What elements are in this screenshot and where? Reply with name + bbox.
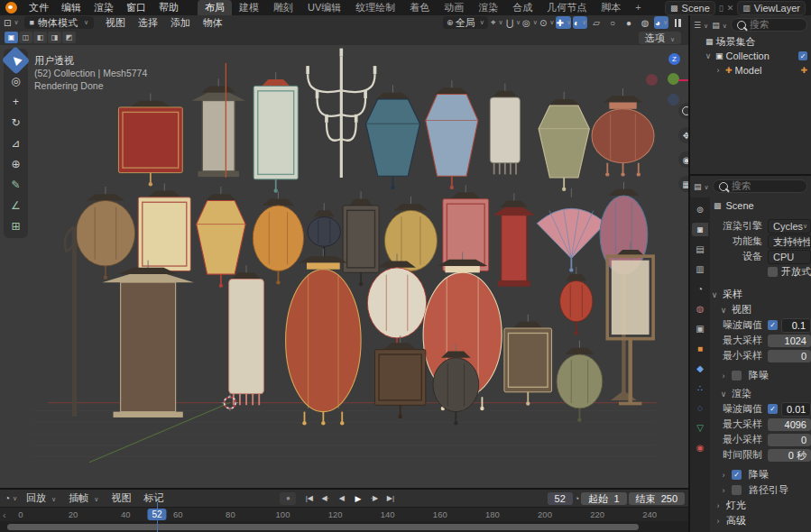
- sampling-viewport-section[interactable]: 视图: [732, 303, 751, 316]
- viewport-object-candelabra-stand[interactable]: [306, 49, 376, 178]
- render-max-samples-field[interactable]: 4096: [768, 418, 811, 431]
- measure-tool[interactable]: ∠: [5, 196, 26, 216]
- jump-to-end-button[interactable]: ▶|: [382, 492, 398, 505]
- tab-scene[interactable]: ◔: [692, 282, 708, 296]
- cursor-tool[interactable]: ◎: [5, 71, 26, 91]
- select-mode-intersect[interactable]: ◩: [62, 32, 76, 43]
- new-scene-icon[interactable]: ▯: [719, 4, 723, 13]
- transform-orientation-select[interactable]: ⊕ 全局 ∨: [443, 16, 488, 29]
- viewport-object-lantern-grand-red[interactable]: [286, 249, 361, 425]
- viewport-object-lantern-teal-hex[interactable]: [366, 85, 420, 189]
- scale-tool[interactable]: ⊿: [5, 133, 26, 153]
- lights-section[interactable]: 灯光: [726, 499, 746, 512]
- tab-object-data[interactable]: ▽: [692, 421, 708, 435]
- viewport-object-lantern-wood-pagoda[interactable]: [102, 261, 194, 417]
- viewport-menu-2[interactable]: 添加: [164, 15, 197, 31]
- select-mode-invert[interactable]: ◨: [48, 32, 61, 43]
- outliner-row-Collection[interactable]: ∨▣Collection✓: [690, 49, 811, 63]
- pivot-point-icon[interactable]: ⌖∨: [490, 16, 504, 29]
- object-visibility-icon[interactable]: ⊙∨: [539, 16, 555, 29]
- rotate-tool[interactable]: ↻: [5, 113, 26, 133]
- jump-to-start-button[interactable]: |◀: [301, 492, 317, 505]
- show-overlays-icon[interactable]: ◐∨: [573, 16, 587, 29]
- viewport-object-lantern-fringe-cylinder[interactable]: [229, 265, 264, 405]
- viewport-noise-checkbox[interactable]: ✓: [768, 320, 778, 330]
- workspace-tab-8[interactable]: 合成: [505, 0, 539, 15]
- zoom-view-icon[interactable]: [678, 103, 688, 119]
- viewport-object-lantern-wood-box[interactable]: [375, 335, 426, 418]
- tab-world[interactable]: ◍: [692, 302, 708, 316]
- auto-keying-button[interactable]: ●: [280, 492, 296, 505]
- topbar-menu-2[interactable]: 渲染: [88, 0, 120, 15]
- viewport-max-samples-field[interactable]: 1024: [768, 335, 811, 347]
- workspace-tab-6[interactable]: 动画: [437, 0, 471, 15]
- frame-start-field[interactable]: 起始 1: [581, 492, 626, 505]
- viewport-denoise-section[interactable]: 降噪: [749, 369, 769, 382]
- workspace-tab-4[interactable]: 纹理绘制: [348, 0, 402, 15]
- shading-material-icon[interactable]: ◍: [638, 16, 652, 29]
- options-button[interactable]: 选项 ∨: [639, 32, 681, 44]
- select-mode-set[interactable]: ▣: [5, 32, 18, 43]
- shading-solid-icon[interactable]: ●: [622, 16, 636, 29]
- sampling-section[interactable]: 采样: [723, 288, 742, 301]
- viewport-object-lantern-panel-box[interactable]: [504, 315, 552, 406]
- pause-render-button[interactable]: [670, 16, 685, 29]
- workspace-tab-1[interactable]: 建模: [232, 0, 266, 15]
- tab-render[interactable]: ◙: [692, 223, 708, 236]
- play-reverse-button[interactable]: ◀: [334, 492, 349, 505]
- time-limit-field[interactable]: 0 秒: [768, 449, 811, 462]
- outliner-display-icon[interactable]: ▤∨: [712, 21, 727, 30]
- outliner-search-input[interactable]: 搜索: [731, 18, 807, 32]
- advanced-section[interactable]: 高级: [726, 514, 746, 527]
- viewport-object-lantern-blue-ornate[interactable]: [426, 80, 478, 189]
- properties-editor-type-icon[interactable]: ▤∨: [694, 182, 709, 191]
- feature-set-select[interactable]: 支持特性: [768, 234, 811, 249]
- workspace-tab-5[interactable]: 着色: [402, 0, 437, 15]
- osl-checkbox[interactable]: [768, 267, 778, 277]
- add-workspace-button[interactable]: +: [628, 0, 648, 15]
- frame-end-field[interactable]: 结束 250: [629, 492, 685, 505]
- tab-collection[interactable]: ▣: [692, 322, 708, 335]
- tab-modifiers[interactable]: ◆: [692, 362, 708, 375]
- timeline-ruler[interactable]: ‹ 52 020406080100120140160180200220240: [0, 507, 688, 522]
- viewlayer-selector[interactable]: ▥ ViewLayer: [737, 1, 806, 15]
- viewport-denoise-checkbox[interactable]: [732, 371, 742, 381]
- render-noise-checkbox[interactable]: ✓: [768, 404, 778, 414]
- workspace-tab-9[interactable]: 几何节点: [539, 0, 594, 15]
- workspace-tab-10[interactable]: 脚本: [594, 0, 628, 15]
- timeline-menu-1[interactable]: 插帧 ∨: [62, 491, 105, 506]
- viewport-object-lantern-brown-round[interactable]: [76, 187, 134, 280]
- playhead[interactable]: 52: [147, 509, 166, 520]
- workspace-tab-3[interactable]: UV编辑: [300, 0, 348, 15]
- tab-output[interactable]: ▤: [692, 243, 708, 256]
- render-engine-select[interactable]: Cycles∨: [768, 219, 811, 234]
- timeline-editor-type-icon[interactable]: ◔∨: [4, 492, 18, 505]
- render-min-samples-field[interactable]: 0: [768, 434, 811, 446]
- pan-view-icon[interactable]: ✥: [678, 127, 688, 143]
- topbar-menu-0[interactable]: 文件: [23, 0, 55, 15]
- workspace-tab-2[interactable]: 雕刻: [266, 0, 300, 15]
- blender-logo-icon[interactable]: [5, 2, 17, 14]
- next-keyframe-button[interactable]: ·▶: [366, 492, 382, 505]
- shading-wireframe-icon[interactable]: ○: [605, 16, 620, 29]
- show-gizmo-icon[interactable]: ✚∨: [556, 16, 571, 29]
- timeline-menu-3[interactable]: 标记: [137, 491, 170, 506]
- outliner-row-场景集合[interactable]: ▦场景集合: [690, 34, 811, 49]
- gizmo-axis-z-plus[interactable]: Z: [668, 53, 680, 65]
- viewport-noise-field[interactable]: 0.1: [781, 318, 811, 333]
- timeline-menu-2[interactable]: 视图: [105, 491, 137, 506]
- prev-keyframe-button[interactable]: ◀·: [318, 492, 333, 505]
- viewport-object-lantern-pink-fan[interactable]: [537, 188, 605, 272]
- viewport-object-lantern-small-red[interactable]: [560, 267, 593, 335]
- play-button[interactable]: ▶: [350, 492, 365, 505]
- workspace-tab-7[interactable]: 渲染: [471, 0, 505, 15]
- viewport-object-hanging-dark-bowl[interactable]: [308, 203, 340, 260]
- viewport-object-lantern-red-stack[interactable]: [493, 193, 535, 286]
- camera-view-icon[interactable]: ◉: [678, 151, 688, 168]
- viewport-object-lantern-silver-pagoda[interactable]: [191, 78, 245, 177]
- viewport-min-samples-field[interactable]: 0: [768, 350, 811, 362]
- current-frame-field[interactable]: 52: [548, 492, 573, 505]
- viewport-object-lantern-olive-round[interactable]: [557, 341, 603, 422]
- navigation-gizmo[interactable]: ZX: [635, 50, 688, 105]
- properties-search-input[interactable]: 搜索: [713, 179, 807, 193]
